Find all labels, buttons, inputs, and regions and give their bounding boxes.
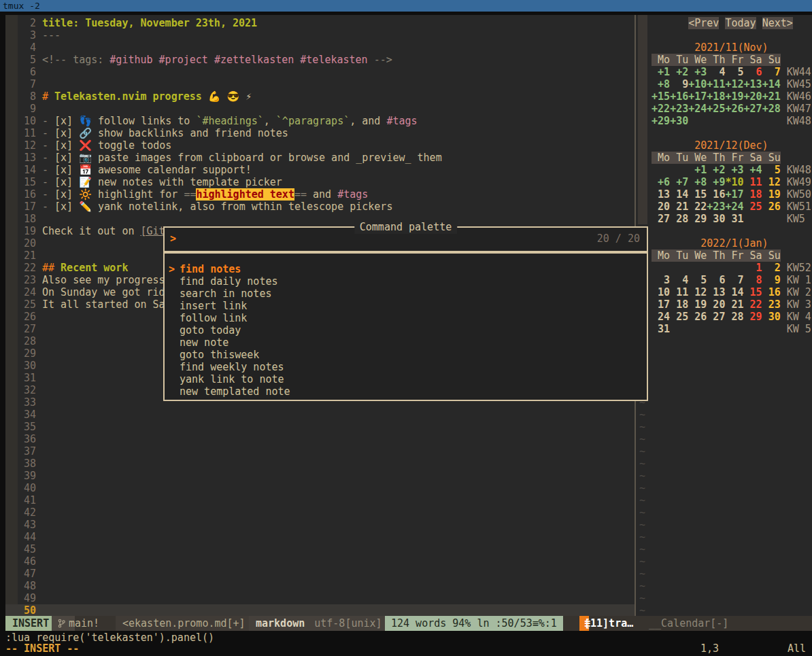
palette-item[interactable]: goto today	[165, 324, 647, 336]
editor-line[interactable]: 47	[5, 568, 635, 580]
editor-line[interactable]: 5<!-- tags: #github #project #zettelkast…	[5, 54, 635, 66]
calendar-day[interactable]: 13	[707, 286, 725, 298]
calendar-day[interactable]: +2	[670, 66, 688, 78]
calendar-day[interactable]: 2	[762, 262, 781, 274]
calendar-day[interactable]: 28	[670, 213, 688, 225]
calendar-day[interactable]: 20	[707, 298, 725, 311]
calendar-day[interactable]: 7	[762, 66, 781, 78]
calendar-day[interactable]: +25	[707, 103, 725, 115]
calendar-day[interactable]: 11	[744, 176, 762, 188]
calendar-day[interactable]: *10	[725, 176, 743, 188]
calendar-day[interactable]: +7	[670, 176, 688, 188]
editor-line[interactable]: 8# Telekasten.nvim progress 💪 😎 ⚡	[5, 90, 635, 103]
calendar-day[interactable]: 1	[744, 262, 762, 274]
calendar-day[interactable]: 21	[725, 298, 743, 311]
calendar-day[interactable]: 27	[652, 213, 670, 225]
calendar-day[interactable]: 14	[725, 286, 743, 298]
calendar-day[interactable]: 31	[725, 213, 743, 225]
calendar-day[interactable]: 30	[762, 311, 781, 323]
calendar-day[interactable]: +12	[725, 78, 743, 90]
editor-line[interactable]: 42	[5, 506, 635, 519]
editor-line[interactable]: 2title: Tuesday, November 23th, 2021	[5, 17, 635, 29]
editor-line[interactable]: 9	[5, 103, 635, 115]
calendar-day[interactable]: 23	[762, 298, 781, 311]
editor-line-current[interactable]: 50	[5, 604, 635, 616]
calendar-day[interactable]: 22	[744, 298, 762, 311]
editor-line[interactable]: 11- [x] 🔗 show backlinks and friend note…	[5, 127, 635, 139]
next-button[interactable]: Next>	[762, 17, 793, 29]
calendar-day[interactable]: +22	[652, 103, 670, 115]
editor-line[interactable]: 45	[5, 543, 635, 555]
calendar-day[interactable]: 6	[744, 66, 762, 78]
calendar-day[interactable]: 10	[652, 286, 670, 298]
calendar-day[interactable]: 9	[762, 274, 781, 286]
calendar-day[interactable]: +3	[725, 164, 743, 176]
editor-line[interactable]: 34	[5, 409, 635, 421]
palette-item[interactable]: find daily notes	[165, 275, 647, 288]
calendar-day[interactable]: 26	[688, 311, 707, 323]
calendar-day[interactable]: +2	[707, 164, 725, 176]
calendar-day[interactable]: 5	[688, 274, 707, 286]
palette-item[interactable]: yank link to note	[165, 373, 647, 385]
calendar-day[interactable]: 18	[744, 188, 762, 201]
calendar-day[interactable]: +24	[725, 201, 743, 213]
calendar-day[interactable]: 22	[688, 201, 707, 213]
calendar-day[interactable]: 13	[652, 188, 670, 201]
calendar-day[interactable]: 9	[670, 78, 688, 90]
calendar-day[interactable]: +1	[652, 66, 670, 78]
editor-line[interactable]: 6	[5, 66, 635, 78]
calendar-day[interactable]: 15	[688, 188, 707, 201]
calendar-day[interactable]: +3	[688, 66, 707, 78]
calendar-day[interactable]: 19	[688, 298, 707, 311]
calendar-day[interactable]: +17	[688, 90, 707, 103]
editor-line[interactable]: 44	[5, 531, 635, 543]
calendar-day[interactable]: 25	[670, 311, 688, 323]
editor-line[interactable]: 38	[5, 458, 635, 470]
calendar-day[interactable]: 5	[725, 66, 743, 78]
calendar-day[interactable]: +15	[652, 90, 670, 103]
editor-line[interactable]: 49	[5, 592, 635, 604]
editor-line[interactable]: 12- [x] ❌ toggle todos	[5, 139, 635, 152]
prev-button[interactable]: <Prev	[688, 17, 719, 29]
editor-line[interactable]: 35	[5, 421, 635, 433]
calendar-day[interactable]: 29	[688, 213, 707, 225]
calendar-day[interactable]: +24	[688, 103, 707, 115]
calendar-day[interactable]: 14	[670, 188, 688, 201]
calendar-day[interactable]: +8	[688, 176, 707, 188]
calendar-day[interactable]: 3	[652, 274, 670, 286]
palette-item[interactable]: follow link	[165, 312, 647, 324]
calendar-day[interactable]: +17	[725, 188, 743, 201]
calendar-day[interactable]: +23	[670, 103, 688, 115]
calendar-day[interactable]: 12	[762, 176, 781, 188]
editor-line[interactable]: 16- [x] 🔆 highlight for ==highlighted te…	[5, 188, 635, 201]
calendar-day[interactable]: +9	[707, 176, 725, 188]
palette-item[interactable]: insert link	[165, 300, 647, 312]
calendar-day[interactable]: 4	[707, 66, 725, 78]
calendar-day[interactable]: +23	[707, 201, 725, 213]
calendar-day[interactable]: 15	[744, 286, 762, 298]
editor-line[interactable]: 15- [x] 📝 new notes with template picker	[5, 176, 635, 188]
today-button[interactable]: Today	[725, 17, 756, 29]
editor-line[interactable]: 37	[5, 445, 635, 458]
calendar-day[interactable]: +11	[707, 78, 725, 90]
calendar-day[interactable]: +10	[688, 78, 707, 90]
calendar-day[interactable]: +14	[762, 78, 781, 90]
calendar-day[interactable]: +30	[670, 115, 688, 127]
calendar-day[interactable]: 6	[707, 274, 725, 286]
calendar-day[interactable]: 24	[652, 311, 670, 323]
editor-line[interactable]: 14- [x] 📅 awesome calendar support!	[5, 164, 635, 176]
calendar-day[interactable]: 28	[725, 311, 743, 323]
calendar-day[interactable]: 30	[707, 213, 725, 225]
calendar-day[interactable]: 29	[744, 311, 762, 323]
calendar-day[interactable]: +20	[744, 90, 762, 103]
calendar-day[interactable]: 31	[652, 323, 670, 335]
editor-line[interactable]: 46	[5, 555, 635, 568]
palette-item[interactable]: new templated note	[165, 385, 647, 398]
editor-line[interactable]: 18	[5, 213, 635, 225]
calendar-day[interactable]: 25	[744, 201, 762, 213]
calendar-day[interactable]: 8	[744, 274, 762, 286]
calendar-day[interactable]: 19	[762, 188, 781, 201]
calendar-day[interactable]: +19	[725, 90, 743, 103]
calendar-day[interactable]: +6	[652, 176, 670, 188]
calendar-day[interactable]: +13	[744, 78, 762, 90]
